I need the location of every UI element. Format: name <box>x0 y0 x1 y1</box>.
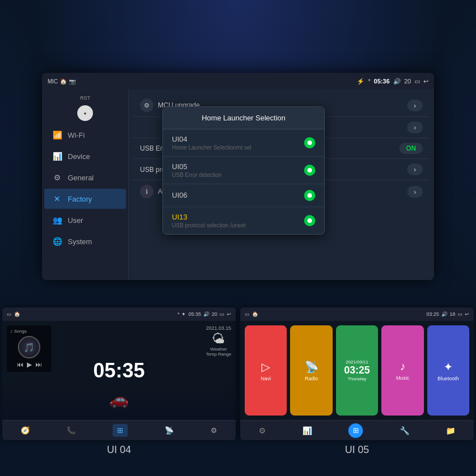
ui05-nav-settings[interactable]: ⚙ <box>259 426 266 435</box>
popup-option-ui13[interactable]: UI13 USB protocol selection /uneet <box>163 207 324 234</box>
ui04-status-bar: ▭ 🏠 * ✦ 05:35 🔊 20 ▭ ↩ <box>2 307 236 321</box>
sidebar-general-label: General <box>68 174 94 182</box>
ui04-time: 05:35 <box>188 311 201 317</box>
app-tile-navi[interactable]: ▷ Navi <box>245 325 287 416</box>
sidebar-item-user[interactable]: 👥 User <box>44 210 126 230</box>
ui05-home-icon: 🏠 <box>252 311 258 317</box>
sidebar-system-label: System <box>68 237 92 246</box>
road-gradient <box>2 386 236 420</box>
ui04-nav-bar: 🧭 📞 ⊞ 📡 ⚙ <box>2 420 236 440</box>
bottom-screens: ▭ 🏠 * ✦ 05:35 🔊 20 ▭ ↩ ♪ Songs 🎵 <box>0 305 476 442</box>
sidebar-item-system[interactable]: 🌐 System <box>44 231 126 251</box>
system-icon: 🌐 <box>52 237 62 246</box>
main-screen: MIC 🏠 📷 ⚡ * 05:36 🔊 20 ▭ ↩ RST ● 📶 Wi-Fi… <box>42 73 434 280</box>
usb-protocol-chevron[interactable]: › <box>407 164 423 175</box>
weather-sub: Temp Range <box>206 352 231 357</box>
ui05-back[interactable]: ↩ <box>465 311 469 317</box>
ui05-status-bar: ▭ 🏠 03:25 🔊 18 ▭ ↩ <box>240 307 474 321</box>
export-info-icon: ℹ <box>140 185 153 198</box>
bluetooth-icon: ✦ <box>444 360 453 374</box>
weather-date: 2021.03.15 <box>206 325 231 331</box>
sidebar-item-factory[interactable]: ✕ Factory <box>44 189 126 209</box>
ui05-batt: ▭ <box>458 311 463 317</box>
nav-settings[interactable]: ⚙ <box>211 426 217 435</box>
main-panel: ⚙ MCU upgrade › › USB Error detection ON <box>129 90 434 280</box>
popup-option-ui06[interactable]: UI06 <box>163 184 324 207</box>
bluetooth-icon: ⚡ <box>357 78 365 85</box>
nav-home[interactable]: ⊞ <box>113 424 128 437</box>
ui04-bt-icon: * <box>178 311 180 317</box>
ui04-label: UI04 <box>172 135 251 143</box>
ui06-label: UI06 <box>172 191 187 199</box>
app-tile-clock[interactable]: 2021/03/11 03:25 Thursday <box>336 325 378 416</box>
ui13-subtitle: USB protocol selection /uneet <box>172 222 246 228</box>
ui04-weather: 2021.03.15 🌤 Weather Temp Range <box>206 325 231 357</box>
sidebar-item-device[interactable]: 📊 Device <box>44 146 126 166</box>
volume-level: 20 <box>404 78 411 85</box>
status-time: 05:36 <box>374 78 390 85</box>
device-icon: 📊 <box>52 152 62 161</box>
app-grid: ▷ Navi 📡 Radio 2021/03/11 03:25 Thursday… <box>245 325 469 416</box>
mcu-chevron-button[interactable]: › <box>407 100 423 111</box>
ui04-wifi-icon: ✦ <box>181 311 186 317</box>
ui05-screen: ▭ 🏠 03:25 🔊 18 ▭ ↩ ▷ Navi 📡 Radio <box>240 307 474 440</box>
radio-icon: 📡 <box>305 360 319 374</box>
status-right: ⚡ * 05:36 🔊 20 ▭ ↩ <box>357 78 428 85</box>
ui05-volume: 18 <box>450 311 455 317</box>
navi-icon: ▷ <box>262 360 270 374</box>
album-art: 🎵 <box>18 336 40 358</box>
prev-button[interactable]: ⏮ <box>17 361 24 368</box>
ui05-nav-home[interactable]: ⊞ <box>348 423 363 438</box>
ui04-screen: ▭ 🏠 * ✦ 05:35 🔊 20 ▭ ↩ ♪ Songs 🎵 <box>2 307 236 440</box>
user-icon: 👥 <box>52 216 62 225</box>
app-tile-music[interactable]: ♪ Music <box>381 325 423 416</box>
back-icon[interactable]: ↩ <box>423 78 428 85</box>
mcu-icon: ⚙ <box>140 99 153 112</box>
ui04-back[interactable]: ↩ <box>227 311 231 317</box>
rst-button[interactable]: ● <box>77 105 93 121</box>
nav-phone[interactable]: 📞 <box>67 426 76 435</box>
popup-option-ui05[interactable]: UI05 USB Error detection <box>163 157 324 184</box>
home-launcher-popup: Home Launcher Selection UI04 Home Launch… <box>162 106 325 235</box>
ui05-label: UI05 <box>172 162 222 171</box>
app-tile-bluetooth[interactable]: ✦ Bluetooth <box>427 325 469 416</box>
clock-time: 03:25 <box>344 365 370 376</box>
ui04-volume: 20 <box>212 311 217 317</box>
play-button[interactable]: ▶ <box>27 361 32 368</box>
mic-label: MIC <box>48 78 58 85</box>
ui04-label: UI 04 <box>107 444 131 456</box>
weather-label: Weather <box>206 347 231 352</box>
export-chevron-button[interactable]: › <box>407 186 423 198</box>
wifi-icon: 📶 <box>52 130 62 139</box>
ui04-subtitle: Home Launcher Selection/nt sel <box>172 144 251 151</box>
volume-icon: 🔊 <box>393 78 401 85</box>
bluetooth-label: Bluetooth <box>437 376 459 381</box>
dash-left-decoration <box>0 0 45 291</box>
home-icon: 🏠 <box>60 78 67 85</box>
ui05-nav-tools[interactable]: 🔧 <box>400 426 409 435</box>
sidebar-item-wifi[interactable]: 📶 Wi-Fi <box>44 125 126 145</box>
popup-option-ui04[interactable]: UI04 Home Launcher Selection/nt sel <box>163 129 324 157</box>
dash-right-decoration <box>431 0 476 291</box>
app-tile-radio[interactable]: 📡 Radio <box>290 325 332 416</box>
ui04-music-panel: ♪ Songs 🎵 ⏮ ▶ ⏭ <box>7 325 52 372</box>
sidebar-user-label: User <box>68 216 83 225</box>
ui13-label: UI13 <box>172 213 246 221</box>
next-button[interactable]: ⏭ <box>35 361 42 368</box>
screen-content: RST ● 📶 Wi-Fi 📊 Device ⚙ General ✕ Facto… <box>42 90 434 280</box>
ui13-radio <box>304 215 315 226</box>
music-icon: ♪ <box>400 360 405 373</box>
music-note-icon: ♪ <box>10 329 12 334</box>
ui05-nav-stats[interactable]: 📊 <box>302 426 312 435</box>
sidebar-item-general[interactable]: ⚙ General <box>44 167 126 188</box>
weather-icon: 🌤 <box>206 331 231 347</box>
on-badge: ON <box>399 143 423 154</box>
ui05-label: UI 05 <box>345 444 369 456</box>
nav-compass[interactable]: 🧭 <box>21 426 30 435</box>
row2-chevron-button[interactable]: › <box>407 122 423 133</box>
ui05-nav-files[interactable]: 📁 <box>446 426 455 435</box>
nav-signal[interactable]: 📡 <box>165 426 174 435</box>
popup-title: Home Launcher Selection <box>163 107 324 129</box>
ui05-time: 03:25 <box>426 311 439 317</box>
wifi-icon: * <box>368 78 370 85</box>
